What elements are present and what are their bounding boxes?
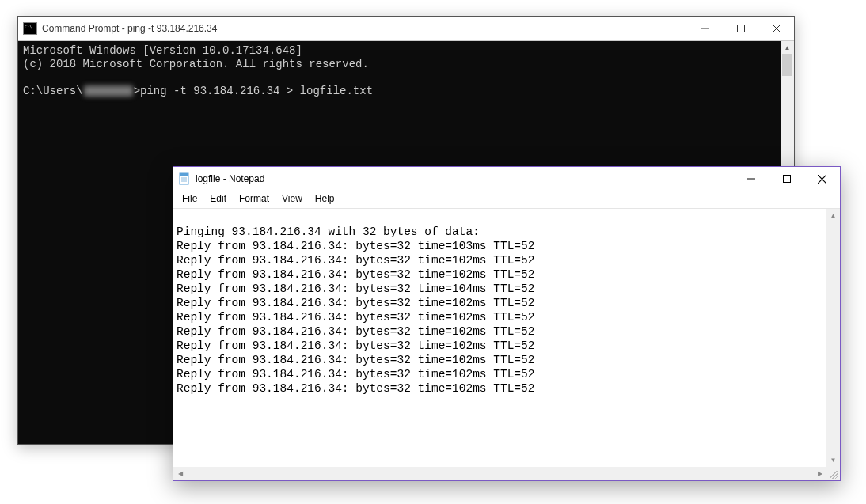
menu-edit[interactable]: Edit [204, 191, 232, 206]
ping-reply-line: Reply from 93.184.216.34: bytes=32 time=… [177, 382, 534, 395]
scroll-left-arrow-icon[interactable]: ◀ [173, 467, 187, 480]
cmd-maximize-button[interactable] [723, 17, 758, 40]
notepad-horizontal-scrollbar[interactable]: ◀ ▶ [173, 467, 826, 480]
cmd-icon [23, 22, 37, 35]
svg-rect-5 [180, 173, 188, 176]
notepad-title-text: logfile - Notepad [196, 173, 264, 184]
cmd-title-text: Command Prompt - ping -t 93.184.216.34 [42, 23, 217, 34]
ping-reply-line: Reply from 93.184.216.34: bytes=32 time=… [177, 240, 534, 252]
notepad-icon [178, 172, 191, 185]
resize-grip-icon[interactable] [826, 467, 840, 480]
scroll-up-arrow-icon[interactable]: ▲ [826, 209, 840, 222]
ping-reply-line: Reply from 93.184.216.34: bytes=32 time=… [177, 368, 534, 381]
svg-rect-1 [737, 25, 744, 32]
cmd-titlebar[interactable]: Command Prompt - ping -t 93.184.216.34 [18, 17, 794, 41]
cmd-line-copyright: (c) 2018 Microsoft Corporation. All righ… [23, 58, 369, 70]
scroll-down-arrow-icon[interactable]: ▼ [826, 453, 840, 467]
cmd-prompt-command: >ping -t 93.184.216.34 > logfile.txt [134, 85, 373, 97]
cmd-prompt-prefix: C:\Users\ [23, 85, 83, 97]
notepad-close-button[interactable] [804, 167, 840, 191]
notepad-minimize-button[interactable] [733, 167, 769, 191]
notepad-text-area[interactable]: Pinging 93.184.216.34 with 32 bytes of d… [175, 209, 826, 467]
menu-view[interactable]: View [276, 191, 308, 206]
cmd-close-button[interactable] [758, 17, 794, 40]
menu-help[interactable]: Help [310, 191, 340, 206]
ping-header-line: Pinging 93.184.216.34 with 32 bytes of d… [177, 225, 480, 238]
text-caret [177, 212, 177, 224]
ping-reply-line: Reply from 93.184.216.34: bytes=32 time=… [177, 339, 534, 352]
ping-reply-line: Reply from 93.184.216.34: bytes=32 time=… [177, 254, 534, 267]
ping-reply-line: Reply from 93.184.216.34: bytes=32 time=… [177, 311, 534, 324]
cmd-minimize-button[interactable] [687, 17, 723, 40]
cmd-redacted-username [84, 85, 133, 97]
menu-format[interactable]: Format [234, 191, 275, 206]
notepad-vertical-scrollbar[interactable]: ▲ ▼ [826, 209, 840, 467]
ping-reply-line: Reply from 93.184.216.34: bytes=32 time=… [177, 268, 534, 281]
notepad-menubar: File Edit Format View Help [173, 191, 840, 208]
scroll-up-arrow-icon[interactable]: ▲ [781, 41, 794, 54]
cmd-scroll-thumb[interactable] [782, 54, 792, 76]
ping-reply-line: Reply from 93.184.216.34: bytes=32 time=… [177, 354, 534, 366]
cmd-window-controls [687, 17, 794, 40]
ping-reply-line: Reply from 93.184.216.34: bytes=32 time=… [177, 282, 534, 295]
notepad-titlebar[interactable]: logfile - Notepad [173, 167, 840, 191]
notepad-window-controls [733, 167, 840, 191]
menu-file[interactable]: File [177, 191, 203, 206]
notepad-maximize-button[interactable] [769, 167, 804, 191]
scroll-right-arrow-icon[interactable]: ▶ [813, 467, 826, 480]
notepad-window[interactable]: logfile - Notepad File Edit Format View … [173, 166, 841, 481]
ping-reply-line: Reply from 93.184.216.34: bytes=32 time=… [177, 325, 534, 338]
ping-reply-line: Reply from 93.184.216.34: bytes=32 time=… [177, 297, 534, 309]
cmd-line-version: Microsoft Windows [Version 10.0.17134.64… [23, 44, 302, 57]
svg-rect-10 [783, 176, 790, 183]
notepad-client-area: Pinging 93.184.216.34 with 32 bytes of d… [173, 208, 840, 480]
